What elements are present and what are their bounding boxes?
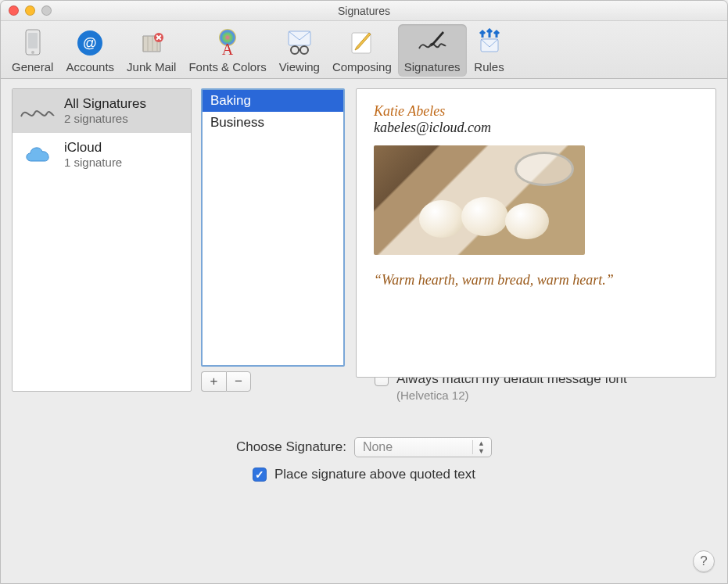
preview-quote: “Warm hearth, warm bread, warm heart.” <box>374 272 698 288</box>
source-subtitle: 1 signature <box>64 156 122 170</box>
window-title: Signatures <box>1 5 727 17</box>
tab-rules[interactable]: Rules <box>467 24 512 77</box>
icloud-icon <box>19 139 56 170</box>
source-texts: All Signatures 2 signatures <box>64 95 146 127</box>
fonts-colors-icon: A <box>211 27 244 59</box>
place-above-row[interactable]: Place signature above quoted text <box>253 467 475 482</box>
signature-row-baking[interactable]: Baking <box>203 90 343 112</box>
viewing-icon <box>283 27 316 59</box>
tab-signatures-label: Signatures <box>404 60 461 73</box>
tab-junkmail[interactable]: Junk Mail <box>120 24 182 77</box>
remove-signature-button[interactable]: − <box>226 371 251 392</box>
preview-email: kabeles@icloud.com <box>374 120 698 136</box>
preview-image <box>374 145 585 255</box>
tab-rules-label: Rules <box>474 60 504 73</box>
svg-point-10 <box>300 46 308 54</box>
svg-text:@: @ <box>83 35 97 51</box>
tab-general[interactable]: General <box>5 24 59 77</box>
content-area: All Signatures 2 signatures iCloud 1 sig… <box>1 79 727 583</box>
signature-row-business[interactable]: Business <box>203 112 343 134</box>
tab-general-label: General <box>12 60 53 73</box>
tab-junkmail-label: Junk Mail <box>127 60 176 73</box>
choose-signature-value: None <box>363 440 393 454</box>
all-signatures-icon <box>19 95 56 127</box>
accounts-icon: @ <box>74 27 106 59</box>
place-above-checkbox[interactable] <box>253 468 267 482</box>
rules-icon <box>473 27 506 59</box>
preview-name: Katie Abeles <box>374 103 698 120</box>
tab-accounts[interactable]: @ Accounts <box>59 24 120 77</box>
svg-rect-1 <box>28 33 38 48</box>
tab-viewing[interactable]: Viewing <box>273 24 326 77</box>
help-button[interactable]: ? <box>693 550 715 572</box>
general-icon <box>16 27 49 59</box>
tab-fonts-colors[interactable]: A Fonts & Colors <box>182 24 272 77</box>
signature-preview[interactable]: Katie Abeles kabeles@icloud.com “Warm he… <box>356 88 716 378</box>
popup-arrows-icon: ▲▼ <box>472 440 486 454</box>
choose-signature-label: Choose Signature: <box>236 439 346 455</box>
svg-point-2 <box>31 51 34 54</box>
tab-accounts-label: Accounts <box>66 60 114 73</box>
place-above-label: Place signature above quoted text <box>274 467 475 482</box>
list-buttons: + − <box>201 371 345 392</box>
signature-list[interactable]: Baking Business <box>201 88 345 367</box>
panels: All Signatures 2 signatures iCloud 1 sig… <box>1 79 727 392</box>
source-all-signatures[interactable]: All Signatures 2 signatures <box>13 89 191 133</box>
junkmail-icon <box>135 27 168 59</box>
svg-text:A: A <box>222 41 234 58</box>
choose-signature-row: Choose Signature: None ▲▼ <box>236 437 492 457</box>
prefs-toolbar: General @ Accounts Junk Mail A Fonts & C… <box>1 21 727 79</box>
source-icloud[interactable]: iCloud 1 signature <box>13 133 191 177</box>
source-texts: iCloud 1 signature <box>64 139 122 170</box>
titlebar: Signatures <box>1 1 727 21</box>
add-signature-button[interactable]: + <box>201 371 226 392</box>
bottom-controls: Choose Signature: None ▲▼ Place signatur… <box>1 437 727 482</box>
svg-point-9 <box>291 46 299 54</box>
tab-composing[interactable]: Composing <box>326 24 398 77</box>
composing-icon <box>346 27 378 59</box>
tab-signatures[interactable]: Signatures <box>398 24 467 77</box>
signature-list-wrap: Baking Business + − <box>201 88 345 392</box>
tab-fonts-colors-label: Fonts & Colors <box>188 60 266 73</box>
preferences-window: Signatures General @ Accounts Junk Mail <box>0 0 728 584</box>
source-title: iCloud <box>64 139 122 156</box>
tab-viewing-label: Viewing <box>279 60 320 73</box>
signatures-icon <box>416 27 449 59</box>
accounts-sourcelist[interactable]: All Signatures 2 signatures iCloud 1 sig… <box>12 88 192 392</box>
match-font-hint: (Helvetica 12) <box>396 389 727 402</box>
tab-composing-label: Composing <box>332 60 392 73</box>
source-subtitle: 2 signatures <box>64 112 146 127</box>
choose-signature-popup[interactable]: None ▲▼ <box>354 437 492 457</box>
source-title: All Signatures <box>64 95 146 112</box>
